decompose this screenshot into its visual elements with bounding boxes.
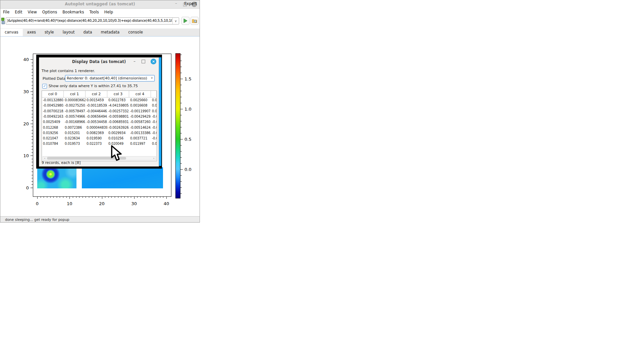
datasource-status-icon (1, 18, 5, 24)
tick-mark (32, 69, 33, 69)
table-row[interactable]: 0.0025409-0.00168966...-0.00534458...-0.… (42, 119, 157, 125)
tick-mark (92, 196, 93, 198)
tick-mark (32, 146, 33, 146)
window-title: Autoplot untagged (as tomcat) (0, 2, 200, 6)
tick-mark (32, 117, 33, 117)
table-cell: 0.011997 (129, 141, 151, 146)
tick-mark (31, 156, 33, 156)
tick-mark (131, 196, 131, 198)
tab-data[interactable]: data (79, 28, 97, 36)
tick-mark (32, 175, 33, 175)
menu-item-tools[interactable]: Tools (87, 9, 101, 14)
tab-style[interactable]: style (40, 28, 58, 36)
menu-item-edit[interactable]: Edit (12, 9, 25, 14)
tick-mark (144, 196, 144, 198)
tick-mark (180, 103, 182, 103)
y-axis-tick-label: 40 (19, 57, 29, 62)
window-titlebar[interactable]: Autoplot untagged (as tomcat) – × (0, 0, 200, 9)
table-row[interactable]: -0.00132880...0.0000836620.00154590.0022… (42, 98, 157, 103)
tick-mark (63, 196, 63, 198)
uri-dropdown-chevron-icon[interactable]: ∨ (172, 18, 179, 24)
filter-checkbox-label: Show only data where Y is within 27.41 t… (49, 84, 138, 88)
table-row[interactable]: 0.0192560.0152010.00823690.0029934-0.001… (42, 130, 157, 136)
colorbar-tick-label: 0.5 (184, 136, 192, 141)
column-header-3[interactable]: col 3 (107, 91, 129, 97)
table-row[interactable]: -0.00700218...-0.00578497...-0.00446446.… (42, 109, 157, 114)
tab-metadata[interactable]: metadata (96, 28, 124, 36)
table-cell: -0.00446446... (86, 109, 107, 114)
table-row[interactable]: 0.0107840.0195730.0223730.0200490.011997… (42, 141, 157, 146)
dialog-minimize-icon[interactable]: – (132, 59, 137, 64)
tick-mark (32, 75, 33, 76)
tick-mark (41, 196, 41, 198)
table-row[interactable]: -0.00452980...-0.00275250...-0.00118539.… (42, 103, 157, 108)
tick-mark (180, 133, 182, 133)
tick-mark (128, 196, 128, 198)
tick-mark (32, 172, 33, 172)
table-cell: 0.022373 (86, 141, 107, 146)
tick-mark (32, 184, 33, 185)
column-header-4[interactable]: col 4 (129, 91, 151, 97)
tick-mark (134, 196, 135, 199)
tick-mark (108, 196, 109, 198)
menu-item-file[interactable]: File (0, 9, 12, 14)
table-cell: -0.00118539... (86, 103, 107, 108)
dialog-title[interactable]: Display Data (as tomcat) (39, 58, 159, 66)
horizontal-scrollbar[interactable]: ‹ › (43, 156, 156, 160)
table-row[interactable]: 0.0122680.00723860.000044839-0.00263926.… (42, 125, 157, 130)
tick-mark (32, 104, 33, 105)
table-cell: -4.04159805... (107, 103, 129, 108)
column-header-5[interactable] (151, 91, 157, 97)
tick-mark (180, 61, 182, 61)
tick-mark (31, 59, 33, 60)
column-header-2[interactable]: col 2 (86, 91, 107, 97)
y-axis-tick-label: 30 (19, 89, 29, 94)
plotted-data-combobox[interactable]: Renderer 0: dataset[40,40] (dimensionles… (65, 75, 155, 81)
menu-item-options[interactable]: Options (40, 9, 60, 14)
x-axis-tick-label: 30 (131, 201, 137, 206)
tab-axes[interactable]: axes (23, 28, 41, 36)
menu-item-bookmarks[interactable]: Bookmarks (60, 9, 87, 14)
table-cell: -0.00275250... (64, 103, 86, 108)
plotted-data-label: Plotted Data: (43, 76, 67, 81)
minimize-icon[interactable]: – (173, 1, 179, 6)
tick-mark (121, 196, 121, 198)
combo-chevron-icon[interactable]: ∨ (151, 76, 153, 79)
uri-input[interactable]: )&ripples(40,40)+rand(40,40)*(exp(-dista… (7, 19, 172, 22)
menu-item-help[interactable]: Help (102, 9, 116, 14)
tick-mark (99, 196, 99, 198)
table-row[interactable]: -0.00492163...-0.00574966...-0.00656494.… (42, 114, 157, 119)
tab-console[interactable]: console (124, 28, 147, 36)
tick-mark (83, 196, 83, 198)
column-header-1[interactable]: col 1 (64, 91, 86, 97)
table-header-row: col 0col 1col 2col 3col 4 (42, 91, 157, 98)
go-play-button[interactable] (181, 17, 190, 25)
table-cell: -0.00685931... (107, 119, 129, 125)
tick-mark (73, 196, 73, 198)
tick-mark (32, 149, 33, 149)
inspect-folder-button[interactable] (191, 17, 199, 25)
tab-layout[interactable]: layout (58, 28, 79, 36)
table-cell: 0.023634 (64, 136, 86, 141)
column-header-0[interactable]: col 0 (42, 91, 64, 97)
scroll-left-arrow-icon[interactable]: ‹ (43, 157, 47, 160)
tick-mark (180, 163, 182, 164)
tick-mark (180, 97, 182, 97)
expert-mode-label[interactable]: Expert (184, 1, 197, 6)
dialog-close-icon[interactable]: × (151, 59, 156, 64)
tick-mark (32, 114, 33, 114)
filter-checkbox[interactable]: ✓ (42, 84, 47, 88)
dialog-maximize-icon[interactable] (142, 60, 145, 63)
tick-mark (180, 121, 182, 121)
table-cell: 0.0025409 (42, 119, 64, 125)
table-row[interactable]: 0.0210470.0236340.0195900.0102560.003772… (42, 136, 157, 141)
tick-mark (124, 196, 125, 198)
uri-combobox[interactable]: )&ripples(40,40)+rand(40,40)*(exp(-dista… (6, 17, 179, 24)
tick-mark (180, 169, 183, 170)
tick-mark (180, 73, 182, 73)
data-table[interactable]: col 0col 1col 2col 3col 4 -0.00132880...… (42, 90, 157, 161)
scroll-right-arrow-icon[interactable]: › (152, 157, 156, 160)
menu-item-view[interactable]: View (25, 9, 40, 14)
tick-mark (32, 101, 33, 101)
table-cell: 0.012268 (42, 125, 64, 130)
